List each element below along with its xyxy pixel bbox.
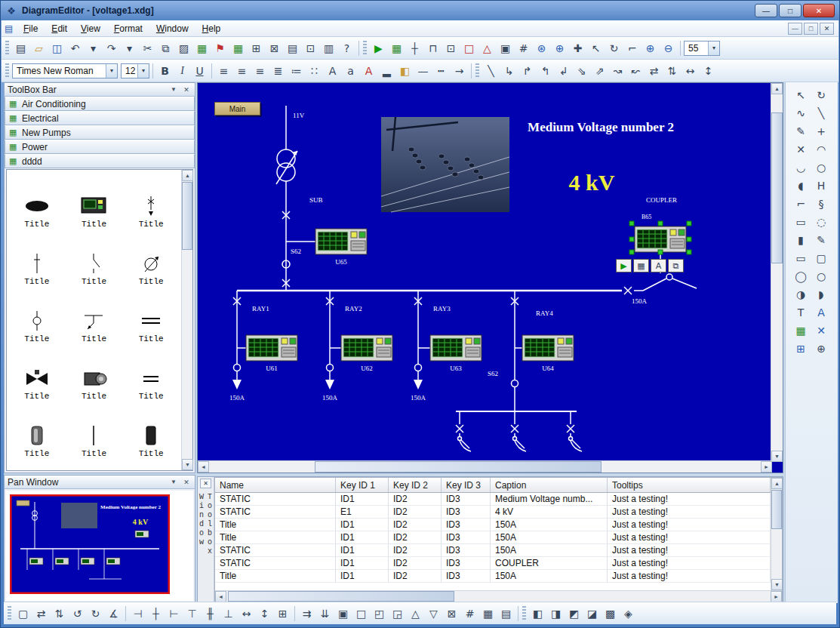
column-header-key3[interactable]: Key ID 3 xyxy=(442,478,491,492)
close-button[interactable] xyxy=(803,4,835,17)
toolbox-item-tee[interactable]: Title xyxy=(66,289,123,346)
scroll-right-icon[interactable] xyxy=(761,461,772,473)
toolbar-button[interactable]: ↷ xyxy=(103,39,120,57)
drawing-tool-button[interactable]: ◗ xyxy=(811,285,831,303)
drawing-tool-button[interactable]: + xyxy=(811,122,831,140)
scroll-up-icon[interactable] xyxy=(771,83,783,94)
toolbar-button[interactable]: □ xyxy=(352,605,370,622)
toolbar-button[interactable]: ⌐ xyxy=(623,39,641,57)
diagram-svg[interactable]: Medium Voltage number 2 4 kV xyxy=(198,83,772,462)
table-row[interactable]: Title ID1 ID2 ID3 150A Just a testing! xyxy=(215,519,771,531)
table-row[interactable]: STATIC ID1 ID2 ID3 COUPLER Just a testin… xyxy=(215,557,771,570)
scroll-up-icon[interactable] xyxy=(182,170,193,181)
toolbar-button[interactable]: ∷ xyxy=(306,62,323,79)
toolbar-button[interactable]: △ xyxy=(478,39,496,57)
italic-button[interactable]: I xyxy=(174,62,191,79)
coupler-tool-button[interactable]: ▶ xyxy=(616,259,632,272)
scroll-left-icon[interactable] xyxy=(215,591,226,602)
toolbar-button[interactable]: ↔ xyxy=(238,605,255,622)
scroll-thumb[interactable] xyxy=(315,461,602,473)
toolbar-button[interactable]: ◈ xyxy=(620,605,637,622)
toolbox-panel-header[interactable]: ToolBox Bar xyxy=(5,83,195,97)
toolbar-button[interactable]: ↖ xyxy=(587,39,605,57)
drawing-tool-button[interactable]: ○ xyxy=(811,159,831,176)
coupler-tool-button[interactable]: A xyxy=(651,259,666,272)
toolbox-item-block[interactable]: Title xyxy=(122,404,180,461)
toolbar-button[interactable]: ⇅ xyxy=(51,605,68,622)
toolbar-button[interactable]: ▦ xyxy=(229,39,247,57)
close-icon[interactable] xyxy=(200,479,211,488)
menu-item[interactable]: View xyxy=(74,21,107,36)
toolbar-button[interactable]: ▩ xyxy=(602,605,619,622)
toolbar-button[interactable]: ▦ xyxy=(388,39,405,57)
font-size-combo[interactable]: 12 xyxy=(121,63,149,78)
pan-thumbnail[interactable]: Medium Voltage number 2 4 kV xyxy=(10,494,170,594)
toolbox-item-valve[interactable]: Title xyxy=(8,346,66,404)
drawing-tool-button[interactable]: ✎ xyxy=(811,231,831,248)
drawing-tool-button[interactable]: ◯ xyxy=(791,267,811,285)
toolbar-button[interactable]: ⊠ xyxy=(443,605,460,622)
toolbar-button[interactable]: ✂ xyxy=(139,39,156,57)
toolbar-button[interactable]: → xyxy=(451,62,468,79)
scroll-thumb[interactable] xyxy=(771,490,782,529)
toolbar-button[interactable]: □ xyxy=(460,39,478,57)
toolbox-category[interactable]: New Pumps xyxy=(5,125,195,140)
toolbox-item-pump[interactable]: Title xyxy=(122,232,180,289)
table-row[interactable]: STATIC ID1 ID2 ID3 Medium Voltage numb..… xyxy=(215,493,771,506)
toolbar-button[interactable]: ▦ xyxy=(479,605,497,622)
toolbar-button[interactable]: ▱ xyxy=(30,39,48,57)
toolbar-button[interactable]: ⊕ xyxy=(642,39,659,57)
zoom-combo[interactable]: 55 xyxy=(684,41,720,56)
toolbar-button[interactable]: ┼ xyxy=(147,605,165,622)
toolbar-button[interactable]: ⚑ xyxy=(211,39,229,57)
maximize-button[interactable] xyxy=(779,4,802,17)
toolbar-button[interactable]: a xyxy=(342,62,359,79)
toolbar-button[interactable]: ▾ xyxy=(85,39,102,57)
device-u62[interactable] xyxy=(341,335,392,361)
toolbar-grip[interactable] xyxy=(8,606,11,621)
toolbar-button[interactable]: ◧ xyxy=(396,62,414,79)
toolbar-button[interactable]: ▢ xyxy=(14,605,32,622)
toolbar-button[interactable]: ⊡ xyxy=(442,39,460,57)
toolbar-button[interactable]: ⊛ xyxy=(533,39,550,57)
toolbar-button[interactable]: ↳ xyxy=(500,62,518,79)
scroll-down-icon[interactable] xyxy=(182,459,193,470)
toolbar-button[interactable]: ◫ xyxy=(48,39,66,57)
scroll-up-icon[interactable] xyxy=(771,478,782,489)
column-header-tooltips[interactable]: Tooltips xyxy=(608,478,771,492)
column-header-caption[interactable]: Caption xyxy=(491,478,608,492)
scroll-thumb[interactable] xyxy=(182,182,192,250)
toolbar-button[interactable]: ┼ xyxy=(406,39,423,57)
toolbar-button[interactable]: ▣ xyxy=(334,605,352,622)
drawing-tool-button[interactable]: ◖ xyxy=(791,177,811,194)
drawing-tool-button[interactable]: A xyxy=(811,303,831,321)
toolbar-grip[interactable] xyxy=(363,41,367,56)
toolbar-button[interactable]: ▂ xyxy=(378,62,395,79)
main-page-button[interactable]: Main xyxy=(214,102,260,115)
menu-item[interactable]: Window xyxy=(149,21,195,36)
drawing-tool-button[interactable]: ⊞ xyxy=(791,340,811,357)
titlebar[interactable]: DiagramEditor - [voltage1.xdg] xyxy=(1,1,839,20)
toolbar-button[interactable]: ↻ xyxy=(87,605,104,622)
drawing-tool-button[interactable]: ◡ xyxy=(791,159,811,176)
table-row[interactable]: Title ID1 ID2 ID3 150A Just a testing! xyxy=(215,531,771,544)
toolbar-button[interactable]: ? xyxy=(338,39,355,57)
toolbar-button[interactable]: ↱ xyxy=(518,62,536,79)
table-row[interactable]: STATIC E1 ID2 ID3 4 kV Just a testing! xyxy=(215,506,771,519)
chevron-down-icon[interactable] xyxy=(708,42,719,55)
toolbar-button[interactable]: ▶ xyxy=(370,39,387,57)
transmission-photo[interactable] xyxy=(381,117,509,212)
panel-menu-icon[interactable] xyxy=(168,85,179,95)
toolbar-button[interactable]: ⊕ xyxy=(551,39,568,57)
toolbar-button[interactable]: ◰ xyxy=(371,605,388,622)
device-coupler[interactable] xyxy=(635,226,686,252)
table-row[interactable]: STATIC ID1 ID2 ID3 150A Just a testing! xyxy=(215,544,771,557)
drawing-tool-button[interactable]: ◌ xyxy=(811,213,831,230)
scroll-right-icon[interactable] xyxy=(771,591,782,602)
toolbox-category[interactable]: Air Conditioning xyxy=(5,97,195,111)
drawing-tool-button[interactable]: ↖ xyxy=(791,86,811,103)
toolbar-button[interactable]: ⇄ xyxy=(32,605,50,622)
panel-menu-icon[interactable] xyxy=(168,477,179,488)
toolbar-button[interactable]: ⊖ xyxy=(660,39,677,57)
pan-window-header[interactable]: Pan Window xyxy=(5,476,195,489)
